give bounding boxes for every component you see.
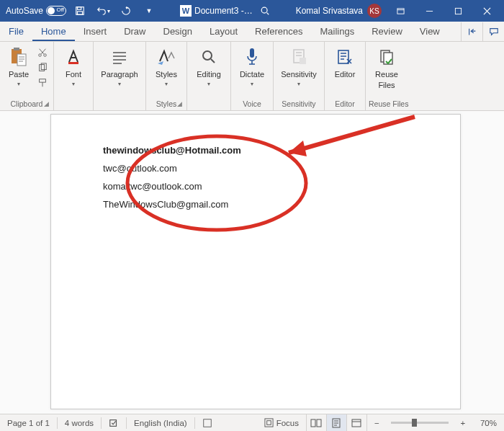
svg-point-10 [44, 54, 47, 57]
toggle-off-icon: Off [46, 6, 66, 16]
tab-insert[interactable]: Insert [75, 23, 116, 41]
maximize-button[interactable] [444, 0, 472, 22]
quick-access-toolbar: AutoSave Off ▾ ▼ [0, 0, 158, 22]
svg-rect-28 [317, 419, 321, 427]
format-painter-button[interactable] [36, 76, 49, 89]
group-label-editor: Editor [335, 99, 354, 108]
read-mode-button[interactable] [306, 414, 326, 432]
copy-button[interactable] [36, 61, 49, 74]
chevron-down-icon: ▾ [251, 81, 253, 87]
chevron-down-icon: ▾ [207, 81, 210, 87]
tab-review[interactable]: Review [363, 23, 411, 41]
document-area: thewindowsclub@Hotmail.com twc@outlook.c… [0, 111, 504, 414]
svg-rect-4 [397, 8, 403, 13]
title-center: Document3 -… [158, 0, 296, 22]
web-layout-button[interactable] [346, 414, 366, 432]
save-button[interactable] [71, 0, 89, 22]
qat-customize-button[interactable]: ▼ [140, 0, 158, 22]
autosave-toggle[interactable]: AutoSave Off [6, 6, 66, 16]
status-accessibility[interactable] [195, 414, 220, 431]
close-button[interactable] [472, 0, 501, 22]
word-icon [180, 5, 192, 17]
undo-button[interactable]: ▾ [94, 0, 112, 22]
group-reuse-files: Reuse Files Reuse Files [366, 42, 411, 110]
svg-rect-16 [250, 48, 254, 58]
svg-rect-13 [40, 79, 46, 82]
document-page[interactable]: thewindowsclub@Hotmail.com twc@outlook.c… [50, 114, 461, 409]
dialog-launcher-icon[interactable]: ◢ [44, 100, 49, 107]
ribbon-tabs: File Home Insert Draw Design Layout Refe… [0, 22, 504, 42]
sensitivity-icon [288, 46, 310, 68]
zoom-out-button[interactable]: − [366, 414, 387, 432]
editing-button[interactable]: Editing ▾ [190, 43, 228, 87]
status-language[interactable]: English (India) [127, 414, 194, 431]
styles-icon [156, 46, 177, 68]
ribbon: Paste ▾ Clipboard◢ Font ▾ Paragraph [0, 42, 504, 111]
search-button[interactable] [256, 0, 274, 22]
comments-button[interactable] [482, 22, 504, 41]
status-words[interactable]: 4 words [58, 414, 101, 431]
tab-home[interactable]: Home [32, 23, 75, 41]
zoom-in-button[interactable]: + [453, 414, 473, 432]
svg-rect-7 [14, 48, 19, 50]
title-bar: AutoSave Off ▾ ▼ Document3 -… Komal Sriv… [0, 0, 504, 22]
paragraph-icon [109, 46, 130, 68]
group-editor: Editor Editor [325, 42, 366, 110]
microphone-icon [241, 46, 263, 68]
svg-rect-30 [352, 419, 361, 427]
svg-rect-8 [17, 54, 26, 66]
status-spellcheck[interactable] [102, 414, 126, 431]
tab-view[interactable]: View [411, 23, 449, 41]
chevron-down-icon: ▾ [165, 81, 168, 87]
ribbon-display-button[interactable] [386, 0, 415, 22]
cut-button[interactable] [36, 46, 49, 59]
status-page[interactable]: Page 1 of 1 [0, 414, 57, 431]
tab-draw[interactable]: Draw [115, 23, 154, 41]
svg-point-9 [39, 54, 42, 57]
document-title: Document3 -… [194, 6, 253, 16]
redo-button[interactable] [117, 0, 135, 22]
styles-button[interactable]: Styles ▾ [149, 43, 184, 87]
svg-point-15 [203, 51, 212, 60]
group-label-voice: Voice [243, 99, 261, 108]
svg-point-3 [261, 7, 267, 13]
dictate-button[interactable]: Dictate ▾ [234, 43, 270, 87]
tab-mailings[interactable]: Mailings [312, 23, 364, 41]
paragraph-button[interactable]: Paragraph ▾ [96, 43, 143, 87]
dialog-launcher-icon[interactable]: ◢ [177, 100, 182, 107]
group-label-styles: Styles [156, 99, 177, 108]
svg-rect-26 [266, 421, 271, 425]
share-button[interactable] [461, 22, 482, 41]
paste-button[interactable]: Paste ▾ [3, 43, 35, 87]
user-avatar[interactable]: KS [367, 4, 382, 18]
zoom-level[interactable]: 70% [473, 414, 504, 431]
editor-button[interactable]: Editor [328, 43, 362, 79]
group-clipboard: Paste ▾ Clipboard◢ [0, 42, 54, 110]
tab-design[interactable]: Design [155, 23, 201, 41]
group-label-reuse: Reuse Files [369, 99, 408, 108]
group-paragraph: Paragraph ▾ [94, 42, 146, 110]
zoom-slider[interactable] [391, 422, 449, 424]
font-icon [63, 46, 84, 68]
svg-rect-5 [455, 8, 461, 14]
chevron-down-icon: ▾ [72, 81, 75, 87]
tab-layout[interactable]: Layout [201, 23, 246, 41]
svg-rect-19 [338, 50, 348, 63]
group-label-clipboard: Clipboard [11, 99, 43, 108]
focus-mode-button[interactable]: Focus [257, 414, 306, 431]
svg-rect-2 [78, 12, 83, 14]
svg-rect-24 [203, 419, 211, 427]
chevron-down-icon: ▾ [297, 81, 300, 87]
chevron-down-icon: ▾ [17, 81, 20, 87]
reuse-files-button[interactable]: Reuse Files [369, 43, 405, 89]
tab-file[interactable]: File [0, 23, 32, 41]
svg-rect-14 [68, 62, 78, 64]
minimize-button[interactable] [415, 0, 444, 22]
font-button[interactable]: Font ▾ [57, 43, 90, 87]
print-layout-button[interactable] [326, 414, 346, 432]
svg-rect-25 [265, 419, 273, 427]
tab-references[interactable]: References [246, 23, 311, 41]
svg-rect-18 [300, 58, 306, 64]
annotation-arrow [274, 113, 418, 164]
title-right: Komal Srivastava KS [296, 0, 504, 22]
